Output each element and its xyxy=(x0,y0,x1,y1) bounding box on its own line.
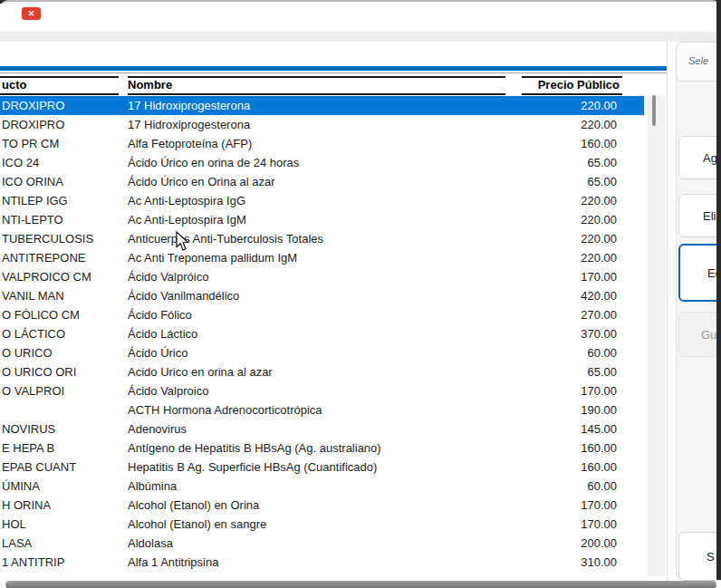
table-row[interactable]: DROXIPRO17 Hidroxiprogesterona220.00 xyxy=(0,96,644,115)
row-product-price: 370.00 xyxy=(503,327,617,341)
row-product-name: Antígeno de Hepatitis B HBsAg (Ag. austr… xyxy=(128,441,499,455)
row-product-name: Ácido Valproico xyxy=(128,384,499,398)
row-product-price: 170.00 xyxy=(503,517,617,531)
table-body: DROXIPRO17 Hidroxiprogesterona220.00DROX… xyxy=(0,96,668,572)
row-product-price: 160.00 xyxy=(503,137,617,150)
table-row[interactable]: O URICOÁcido Úrico60.00 xyxy=(0,343,644,362)
row-product-name: Ácido Valpróico xyxy=(128,270,499,284)
row-product-name: Ácido Láctico xyxy=(128,327,499,341)
window-bottom-edge xyxy=(5,581,716,588)
table-row[interactable]: E HEPA BAntígeno de Hepatitis B HBsAg (A… xyxy=(0,439,644,458)
column-header-precio-publico[interactable]: Precio Público xyxy=(522,78,620,92)
row-product-code: TO PR CM xyxy=(2,137,124,150)
table-row[interactable]: VANIL MANÁcido Vanilmandélico420.00 xyxy=(0,286,644,305)
table-row[interactable]: LASAAldolasa200.00 xyxy=(0,534,644,553)
row-product-price: 65.00 xyxy=(503,175,617,188)
row-product-code: LASA xyxy=(2,536,124,550)
row-product-price: 420.00 xyxy=(503,289,617,303)
table-row[interactable]: VALPROICO CMÁcido Valpróico170.00 xyxy=(0,267,644,286)
row-product-code: O LÁCTICO xyxy=(2,327,124,341)
row-product-code: EPAB CUANT xyxy=(2,460,124,474)
table-row[interactable]: ICO 24Ácido Úrico en orina de 24 horas65… xyxy=(0,153,644,172)
selection-hint-label: Sele xyxy=(688,55,708,66)
eliminar-button[interactable]: Elim xyxy=(678,194,721,237)
row-product-code: TUBERCULOSIS xyxy=(2,232,124,246)
row-product-price: 170.00 xyxy=(503,498,617,512)
row-product-price: 220.00 xyxy=(503,118,617,131)
table-row[interactable]: TUBERCULOSISAnticuerpos Anti-Tuberculosi… xyxy=(0,229,644,248)
row-product-code: VALPROICO CM xyxy=(2,270,124,284)
row-product-name: Ácido Úrico en orina de 24 horas xyxy=(128,156,499,169)
row-product-code: 1 ANTITRIP xyxy=(2,555,124,569)
row-product-price: 220.00 xyxy=(503,194,617,207)
table-row[interactable]: DROXIPRO17 Hidroxiprogesterona220.00 xyxy=(0,115,644,134)
table-row[interactable]: NTI-LEPTOAc Anti-Leptospira IgM220.00 xyxy=(0,210,644,229)
table-row[interactable]: H ORINAAlcohol (Etanol) en Orina170.00 xyxy=(0,496,644,515)
actions-panel xyxy=(676,42,721,580)
table-row[interactable]: ICO ORINAÁcido Úrico en Orina al azar65.… xyxy=(0,172,644,191)
table-row[interactable]: ACTH Hormona Adrenocorticotrópica190.00 xyxy=(0,400,644,419)
table-row[interactable]: O LÁCTICOÁcido Láctico370.00 xyxy=(0,324,644,343)
row-product-code: O VALPROI xyxy=(2,384,124,398)
row-product-name: Albúmina xyxy=(128,479,499,493)
vertical-scrollbar-thumb[interactable] xyxy=(652,95,656,126)
table-row[interactable]: O URICO ORIAcido Urico en orina al azar6… xyxy=(0,362,644,381)
agregar-button[interactable]: Agr xyxy=(678,136,721,179)
column-header-nombre[interactable]: Nombre xyxy=(128,78,172,92)
row-product-code: ANTITREPONE xyxy=(2,251,124,265)
row-product-name: Alfa 1 Antitripsina xyxy=(128,555,499,569)
table-row[interactable]: EPAB CUANTHepatitis B Ag. Superficie HBs… xyxy=(0,458,644,477)
table-row[interactable]: ANTITREPONEAc Anti Treponema pallidum Ig… xyxy=(0,248,644,267)
table-row[interactable]: NOVIRUSAdenovirus145.00 xyxy=(0,419,644,439)
row-product-price: 220.00 xyxy=(503,99,617,112)
divider-line xyxy=(0,72,668,73)
row-product-name: Ácido Úrico en Orina al azar xyxy=(128,175,499,188)
editar-button[interactable]: Ed xyxy=(678,244,721,302)
row-product-price: 160.00 xyxy=(503,460,617,474)
focus-accent-line xyxy=(0,66,668,71)
vertical-scrollbar[interactable] xyxy=(648,96,666,576)
table-row[interactable]: TO PR CMAlfa Fetoproteína (AFP)160.00 xyxy=(0,134,644,153)
row-product-name: Ácido Vanilmandélico xyxy=(128,289,499,303)
row-product-price: 170.00 xyxy=(503,384,617,398)
row-product-name: Alcohol (Etanol) en sangre xyxy=(128,517,499,531)
row-product-price: 200.00 xyxy=(503,536,617,550)
row-product-code: ÚMINA xyxy=(2,479,124,493)
row-product-name: 17 Hidroxiprogesterona xyxy=(128,118,499,131)
row-product-code: H ORINA xyxy=(2,498,124,512)
red-x-icon[interactable]: ✕ xyxy=(22,7,41,20)
row-product-code: VANIL MAN xyxy=(2,289,124,303)
row-product-code: NTI-LEPTO xyxy=(2,213,124,227)
row-product-code: NOVIRUS xyxy=(2,422,124,436)
row-product-name: ACTH Hormona Adrenocorticotrópica xyxy=(128,403,499,417)
row-product-name: 17 Hidroxiprogesterona xyxy=(128,99,499,112)
table-row[interactable]: NTILEP IGGAc Anti-Leptospira IgG220.00 xyxy=(0,191,644,210)
table-row[interactable]: O FÓLICO CMÁcido Fólico270.00 xyxy=(0,305,644,324)
app-window: ✕ ucto Nombre Precio Público DROXIPRO17 … xyxy=(0,0,721,588)
row-product-price: 60.00 xyxy=(503,479,617,493)
row-product-name: Aldolasa xyxy=(128,536,499,550)
table-row[interactable]: ÚMINAAlbúmina60.00 xyxy=(0,477,644,496)
row-product-code: DROXIPRO xyxy=(2,99,124,112)
row-product-price: 190.00 xyxy=(503,403,617,417)
window-right-edge xyxy=(716,0,721,580)
table-row[interactable]: HOLAlcohol (Etanol) en sangre170.00 xyxy=(0,515,644,534)
row-product-code: E HEPA B xyxy=(2,441,124,455)
row-product-code: ICO ORINA xyxy=(2,175,124,188)
row-product-price: 145.00 xyxy=(503,422,617,436)
header-underline xyxy=(0,93,119,95)
column-header-producto[interactable]: ucto xyxy=(2,78,26,92)
salir-button[interactable]: S xyxy=(678,532,721,581)
row-product-price: 220.00 xyxy=(503,232,617,246)
row-product-price: 160.00 xyxy=(503,441,617,455)
row-product-name: Acido Urico en orina al azar xyxy=(128,365,499,379)
table-row[interactable]: O VALPROIÁcido Valproico170.00 xyxy=(0,381,644,400)
table-row[interactable]: 1 ANTITRIPAlfa 1 Antitripsina310.00 xyxy=(0,553,644,572)
screenshot: ✕ ucto Nombre Precio Público DROXIPRO17 … xyxy=(0,0,721,588)
mouse-cursor-icon xyxy=(176,231,190,256)
row-product-name: Ácido Fólico xyxy=(128,308,499,322)
row-product-price: 170.00 xyxy=(503,270,617,284)
row-product-code: ICO 24 xyxy=(2,156,124,169)
row-product-code: NTILEP IGG xyxy=(2,194,124,207)
row-product-code: O URICO xyxy=(2,346,124,360)
